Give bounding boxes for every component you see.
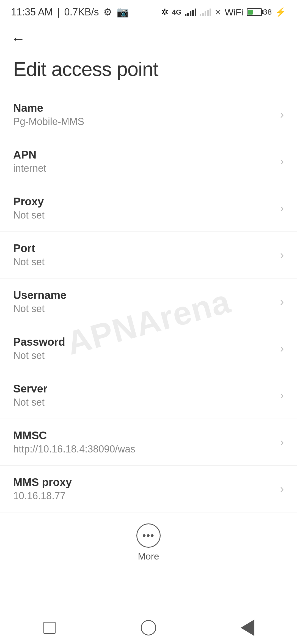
back-button[interactable]: ← — [11, 30, 25, 47]
more-label: More — [138, 551, 159, 562]
settings-item-proxy[interactable]: Proxy Not set › — [0, 185, 297, 232]
settings-item-content-mms-proxy: MMS proxy 10.16.18.77 — [13, 476, 275, 502]
settings-value-mms-proxy: 10.16.18.77 — [13, 490, 275, 502]
settings-item-content-username: Username Not set — [13, 289, 275, 315]
settings-item-content-mmsc: MMSC http://10.16.18.4:38090/was — [13, 429, 275, 455]
chevron-right-icon-mms-proxy: › — [280, 483, 284, 495]
settings-label-password: Password — [13, 336, 275, 348]
gear-icon: ⚙ — [103, 6, 112, 18]
chevron-right-icon-port: › — [280, 249, 284, 261]
settings-item-username[interactable]: Username Not set › — [0, 279, 297, 325]
signal-bars-sim2 — [200, 8, 211, 16]
nav-recent-button[interactable] — [22, 617, 77, 639]
battery-fill — [248, 10, 253, 15]
back-arrow-icon: ← — [11, 30, 25, 47]
data-speed: 0.7KB/s — [64, 6, 99, 18]
more-section: ••• More — [0, 512, 297, 570]
settings-label-username: Username — [13, 289, 275, 301]
camera-icon: 📷 — [117, 6, 129, 18]
no-signal-icon: ✕ — [215, 7, 221, 17]
settings-label-proxy: Proxy — [13, 195, 275, 208]
nav-home-button[interactable] — [121, 617, 176, 639]
battery-percentage: 38 — [263, 8, 272, 17]
nav-back-button[interactable] — [220, 617, 275, 639]
time-text: 11:35 AM — [11, 6, 53, 18]
status-bar: 11:35 AM | 0.7KB/s ⚙ 📷 ✲ 4G ✕ W — [0, 0, 297, 22]
settings-item-apn[interactable]: APN internet › — [0, 138, 297, 185]
settings-value-mmsc: http://10.16.18.4:38090/was — [13, 443, 275, 455]
recent-apps-icon — [43, 622, 56, 634]
settings-item-content-name: Name Pg-Mobile-MMS — [13, 102, 275, 127]
settings-item-password[interactable]: Password Not set › — [0, 325, 297, 372]
bluetooth-icon: ✲ — [161, 7, 169, 17]
settings-value-username: Not set — [13, 303, 275, 315]
speed-text: | — [57, 6, 60, 18]
network-4g-icon: 4G — [172, 8, 182, 17]
chevron-right-icon-apn: › — [280, 155, 284, 168]
back-area: ← — [0, 22, 297, 52]
charging-icon: ⚡ — [275, 7, 286, 17]
settings-value-proxy: Not set — [13, 209, 275, 221]
settings-item-content-proxy: Proxy Not set — [13, 195, 275, 221]
chevron-right-icon-name: › — [280, 108, 284, 121]
settings-item-mms-proxy[interactable]: MMS proxy 10.16.18.77 › — [0, 466, 297, 512]
chevron-right-icon-username: › — [280, 296, 284, 308]
settings-label-port: Port — [13, 242, 275, 255]
battery-indicator: 38 — [247, 8, 272, 17]
status-right: ✲ 4G ✕ WiFi 38 ⚡ — [161, 7, 286, 18]
wifi-icon: WiFi — [225, 7, 243, 18]
settings-value-server: Not set — [13, 397, 275, 408]
settings-value-name: Pg-Mobile-MMS — [13, 116, 275, 127]
more-dots-icon: ••• — [142, 530, 155, 541]
chevron-right-icon-proxy: › — [280, 202, 284, 214]
settings-item-content-password: Password Not set — [13, 336, 275, 361]
settings-label-apn: APN — [13, 149, 275, 161]
settings-value-apn: internet — [13, 163, 275, 174]
settings-label-server: Server — [13, 383, 275, 395]
settings-item-server[interactable]: Server Not set › — [0, 372, 297, 419]
settings-item-content-server: Server Not set — [13, 383, 275, 408]
settings-label-name: Name — [13, 102, 275, 114]
chevron-right-icon-server: › — [280, 389, 284, 402]
chevron-right-icon-password: › — [280, 342, 284, 355]
chevron-right-icon-mmsc: › — [280, 436, 284, 448]
settings-item-content-apn: APN internet — [13, 149, 275, 174]
settings-item-port[interactable]: Port Not set › — [0, 232, 297, 279]
home-icon — [141, 620, 156, 635]
settings-item-name[interactable]: Name Pg-Mobile-MMS › — [0, 91, 297, 138]
settings-label-mmsc: MMSC — [13, 429, 275, 442]
settings-value-password: Not set — [13, 350, 275, 361]
navigation-bar — [0, 611, 297, 644]
settings-item-mmsc[interactable]: MMSC http://10.16.18.4:38090/was › — [0, 419, 297, 466]
page-title: Edit access point — [0, 52, 297, 91]
status-left: 11:35 AM | 0.7KB/s ⚙ 📷 — [11, 6, 129, 18]
settings-item-content-port: Port Not set — [13, 242, 275, 268]
signal-bars-sim1 — [185, 8, 196, 16]
back-icon — [241, 620, 254, 636]
more-button[interactable]: ••• — [136, 523, 161, 548]
settings-list: Name Pg-Mobile-MMS › APN internet › Prox… — [0, 91, 297, 512]
settings-label-mms-proxy: MMS proxy — [13, 476, 275, 489]
settings-value-port: Not set — [13, 256, 275, 268]
